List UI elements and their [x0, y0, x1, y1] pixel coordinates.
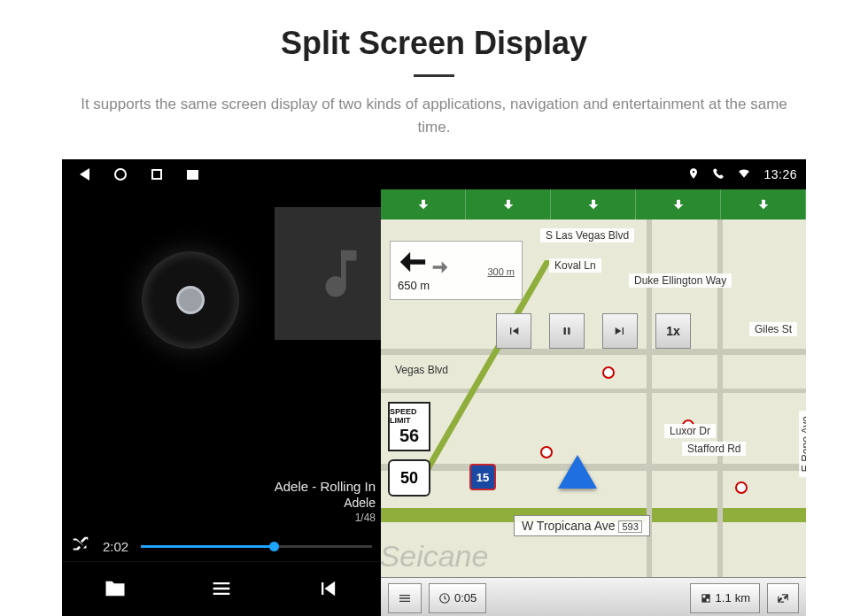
- street-label: Koval Ln: [549, 258, 601, 273]
- music-controls: [62, 561, 381, 616]
- map-road: [381, 389, 806, 393]
- turn-right-icon: [431, 258, 449, 277]
- nav-arrow-icon: [558, 455, 597, 489]
- map-speed-button[interactable]: 1x: [655, 313, 691, 349]
- highway-shield: 15: [469, 464, 496, 490]
- lane-arrow-4: [636, 189, 721, 219]
- turn-left-icon: [398, 247, 428, 277]
- remaining-distance-unit: km: [735, 591, 750, 604]
- remaining-distance-value: 1.1: [716, 591, 732, 604]
- track-artist: Adele: [67, 496, 376, 510]
- eta-time-button[interactable]: 0:05: [429, 583, 486, 613]
- track-title: Adele - Rolling In: [67, 479, 376, 494]
- turn-distance: 650 m: [398, 279, 430, 292]
- music-panel: Adele - Rolling In Adele 1/48 2:02: [62, 189, 381, 616]
- status-bar: 13:26: [62, 159, 806, 189]
- folder-button[interactable]: [103, 576, 128, 604]
- device-frame: 13:26 Adele - Rolling In Adele 1/48 2:02: [62, 159, 806, 616]
- shuffle-button[interactable]: [71, 535, 90, 558]
- map-poi: [735, 481, 748, 494]
- route-shield: 50: [388, 459, 430, 497]
- map-pause-button[interactable]: [549, 313, 585, 349]
- track-count: 1/48: [67, 512, 376, 524]
- map-road: [381, 349, 806, 355]
- progress-bar[interactable]: [141, 545, 372, 548]
- screenshot-icon: [187, 170, 198, 180]
- remaining-distance-button[interactable]: 1.1 km: [690, 583, 760, 613]
- phone-icon: [712, 167, 725, 182]
- eta-time-value: 0:05: [454, 591, 477, 604]
- svg-rect-3: [706, 598, 709, 601]
- street-label: E Reno Ave: [799, 411, 806, 477]
- playlist-button[interactable]: [209, 576, 234, 604]
- page-subtitle: It supports the same screen display of t…: [0, 77, 868, 159]
- speed-limit-value: 56: [399, 426, 419, 445]
- elapsed-time: 2:02: [103, 539, 128, 554]
- street-label: Vegas Blvd: [390, 363, 453, 377]
- lane-arrow-1: [381, 189, 466, 219]
- map-poi: [540, 446, 553, 458]
- upcoming-distance: 300 m: [487, 266, 515, 277]
- previous-button[interactable]: [315, 576, 340, 604]
- progress-row: 2:02: [62, 527, 381, 561]
- lane-arrow-3: [551, 189, 636, 219]
- map-panel[interactable]: S Las Vegas Blvd Koval Ln Duke Ellington…: [381, 189, 806, 616]
- map-poi: [602, 366, 615, 379]
- map-bottom-bar: 0:05 1.1 km: [381, 577, 806, 616]
- album-art-area: [62, 189, 381, 479]
- map-lane-bar: [381, 189, 806, 219]
- disc-icon: [142, 251, 239, 349]
- page-title: Split Screen Display: [0, 0, 868, 62]
- clock-text: 13:26: [763, 167, 797, 181]
- street-label: Stafford Rd: [682, 442, 746, 456]
- location-icon: [687, 167, 700, 182]
- track-info: Adele - Rolling In Adele 1/48: [62, 479, 381, 527]
- current-street: W Tropicana Ave 593: [514, 515, 650, 536]
- map-playback-controls: 1x: [381, 313, 806, 349]
- map-expand-button[interactable]: [767, 583, 799, 613]
- lane-arrow-2: [466, 189, 551, 219]
- overview-button[interactable]: [151, 169, 162, 180]
- back-button[interactable]: [80, 168, 89, 181]
- speed-limit-label: SPEED LIMIT: [390, 408, 429, 426]
- lane-arrow-5: [721, 189, 806, 219]
- progress-fill: [141, 545, 275, 548]
- wifi-icon: [737, 167, 751, 182]
- map-menu-button[interactable]: [388, 583, 422, 613]
- home-button[interactable]: [114, 168, 127, 181]
- street-label: Duke Ellington Way: [629, 273, 732, 288]
- street-label: S Las Vegas Blvd: [540, 228, 634, 243]
- speed-limit-sign: SPEED LIMIT 56: [388, 402, 430, 451]
- svg-rect-2: [702, 595, 705, 597]
- street-label: Luxor Dr: [664, 424, 716, 438]
- map-next-button[interactable]: [602, 313, 638, 349]
- turn-card: 300 m 650 m: [390, 241, 523, 300]
- map-prev-button[interactable]: [496, 313, 531, 349]
